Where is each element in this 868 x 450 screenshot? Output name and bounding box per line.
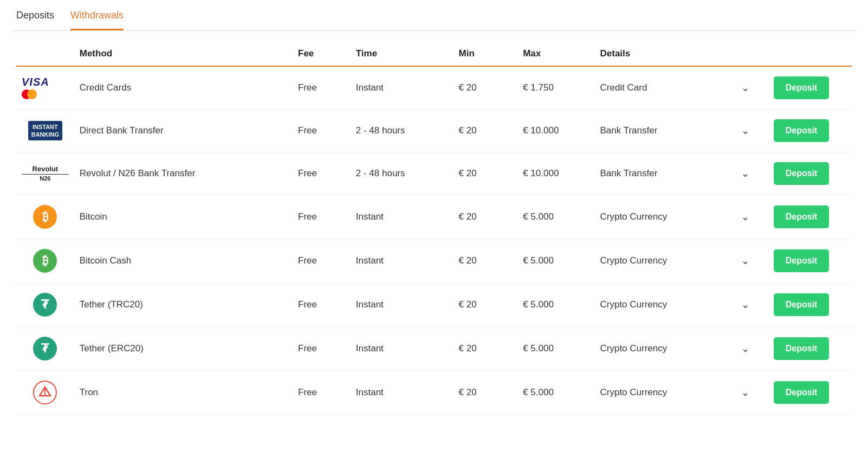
payment-chevron-cell: ⌄ [736,239,768,283]
chevron-down-icon[interactable]: ⌄ [741,211,749,222]
payments-table-wrap: Method Fee Time Min Max Details VISA [11,31,857,415]
payment-action-cell: Deposit [768,195,852,239]
payment-method-name: Tether (ERC20) [74,327,293,371]
payment-icon-cell [16,371,74,415]
chevron-down-icon[interactable]: ⌄ [741,255,749,266]
payment-details: Bank Transfer [595,110,736,152]
payment-method-name: Direct Bank Transfer [74,110,293,152]
visa-text: VISA [22,76,49,87]
instant-banking-logo: INSTANTBANKING [28,121,62,141]
payment-min: € 20 [454,327,518,371]
chevron-down-icon[interactable]: ⌄ [741,387,749,398]
chevron-down-icon[interactable]: ⌄ [741,168,749,179]
tether-icon: ₮ [33,337,57,361]
mc-orange-circle [27,89,37,99]
tabs-bar: Deposits Withdrawals [11,0,857,31]
visa-mc-logo: VISA [22,76,69,99]
deposit-button[interactable]: Deposit [774,162,830,185]
payment-fee: Free [293,371,351,415]
col-header-min: Min [454,42,518,66]
tron-icon [33,381,57,404]
payment-icon-cell: ₿ [16,195,74,239]
col-header-chevron [736,42,768,66]
payment-icon-cell: ₮ [16,327,74,371]
deposit-button[interactable]: Deposit [774,119,830,142]
col-header-details: Details [595,42,736,66]
payment-details: Credit Card [595,66,736,110]
payment-action-cell: Deposit [768,239,852,283]
table-row: ₮Tether (ERC20)FreeInstant€ 20€ 5.000Cry… [16,327,852,371]
payment-max: € 10.000 [517,152,594,195]
tether-icon: ₮ [33,293,57,317]
table-row: INSTANTBANKINGDirect Bank TransferFree2 … [16,110,852,152]
payment-chevron-cell: ⌄ [736,66,768,110]
deposit-button[interactable]: Deposit [774,76,830,99]
tab-deposits[interactable]: Deposits [16,10,54,30]
table-row: Revolut N26 Revolut / N26 Bank TransferF… [16,152,852,195]
payment-max: € 1.750 [517,66,594,110]
payment-time: Instant [351,239,454,283]
payment-chevron-cell: ⌄ [736,110,768,152]
chevron-down-icon[interactable]: ⌄ [741,82,749,93]
chevron-down-icon[interactable]: ⌄ [741,343,749,354]
tab-withdrawals[interactable]: Withdrawals [70,10,124,30]
deposit-button[interactable]: Deposit [774,205,830,228]
payment-icon-cell: Revolut N26 [16,152,74,195]
payments-table: Method Fee Time Min Max Details VISA [16,42,852,415]
bitcoin-cash-icon: ₿ [33,249,57,273]
col-header-icon [16,42,74,66]
deposit-button[interactable]: Deposit [774,293,830,316]
payment-fee: Free [293,110,351,152]
col-header-fee: Fee [293,42,351,66]
col-header-action [768,42,852,66]
payment-fee: Free [293,152,351,195]
payment-icon-cell: INSTANTBANKING [16,110,74,152]
payment-time: 2 - 48 hours [351,152,454,195]
payment-min: € 20 [454,66,518,110]
payment-max: € 5.000 [517,195,594,239]
payment-details: Crypto Currency [595,371,736,415]
payment-min: € 20 [454,152,518,195]
chevron-down-icon[interactable]: ⌄ [741,125,749,136]
payment-chevron-cell: ⌄ [736,327,768,371]
payment-min: € 20 [454,195,518,239]
table-row: ₿BitcoinFreeInstant€ 20€ 5.000Crypto Cur… [16,195,852,239]
payment-max: € 5.000 [517,371,594,415]
payment-fee: Free [293,195,351,239]
n26-text: N26 [22,174,69,182]
payment-chevron-cell: ⌄ [736,371,768,415]
table-row: TronFreeInstant€ 20€ 5.000Crypto Currenc… [16,371,852,415]
payment-time: Instant [351,327,454,371]
payment-action-cell: Deposit [768,371,852,415]
payment-max: € 5.000 [517,239,594,283]
payment-fee: Free [293,239,351,283]
payment-method-name: Tether (TRC20) [74,283,293,327]
revolut-text: Revolut [22,165,69,173]
payment-action-cell: Deposit [768,66,852,110]
deposit-button[interactable]: Deposit [774,249,830,272]
col-header-method: Method [74,42,293,66]
payment-method-name: Revolut / N26 Bank Transfer [74,152,293,195]
payment-action-cell: Deposit [768,152,852,195]
payment-chevron-cell: ⌄ [736,283,768,327]
payment-icon-cell: VISA [16,66,74,110]
payment-action-cell: Deposit [768,283,852,327]
col-header-time: Time [351,42,454,66]
payment-min: € 20 [454,371,518,415]
revolut-n26-logo: Revolut N26 [22,165,69,183]
payment-icon-cell: ₿ [16,239,74,283]
payment-action-cell: Deposit [768,327,852,371]
payment-details: Bank Transfer [595,152,736,195]
deposit-button[interactable]: Deposit [774,381,830,404]
payment-min: € 20 [454,110,518,152]
table-row: ₿Bitcoin CashFreeInstant€ 20€ 5.000Crypt… [16,239,852,283]
payment-max: € 10.000 [517,110,594,152]
payment-chevron-cell: ⌄ [736,152,768,195]
deposit-button[interactable]: Deposit [774,337,830,360]
chevron-down-icon[interactable]: ⌄ [741,299,749,310]
payment-method-name: Bitcoin Cash [74,239,293,283]
bitcoin-icon: ₿ [33,205,57,229]
payment-method-name: Credit Cards [74,66,293,110]
payment-details: Crypto Currency [595,283,736,327]
payment-icon-cell: ₮ [16,283,74,327]
